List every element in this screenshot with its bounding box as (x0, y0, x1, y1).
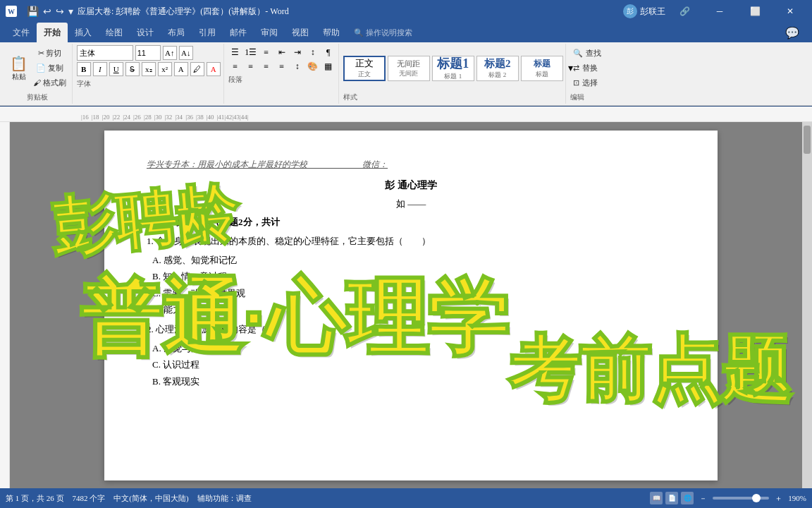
multilevel-list-button[interactable]: ≡ (259, 45, 273, 59)
document-title: 应届大卷: 彭聘龄《普通心理学》(四套）(讲解版）- Word (78, 6, 289, 18)
read-view-button[interactable]: 📖 (650, 492, 663, 504)
question-1-option-c: C. 需要、动机和世界观 (152, 286, 675, 301)
tab-review[interactable]: 审阅 (254, 23, 285, 42)
superscript-button[interactable]: x² (158, 62, 172, 76)
question-2-option-b: B. 客观现实 (152, 375, 675, 389)
comments-button[interactable]: 💬 (778, 23, 806, 42)
sort-button[interactable]: ↕ (306, 45, 320, 59)
font-group: A↑ A↓ B I U S̶ x₂ x² A 🖊 A 字体 (74, 44, 224, 104)
tab-layout[interactable]: 布局 (161, 23, 192, 42)
strikethrough-button[interactable]: S̶ (125, 62, 140, 76)
title-bar-left: W 💾 ↩ ↪ ▾ 应届大卷: 彭聘龄《普通心理学》(四套）(讲解版）- Wor… (6, 6, 289, 18)
cut-button[interactable]: ✂ 剪切 (32, 47, 68, 60)
numbering-button[interactable]: 1☰ (244, 45, 258, 59)
restore-button[interactable]: ⬜ (739, 0, 771, 23)
zoom-out-button[interactable]: － (699, 493, 707, 504)
decrease-indent-button[interactable]: ⇤ (275, 45, 289, 59)
tab-file[interactable]: 文件 (6, 23, 37, 42)
justify-button[interactable]: ≡ (275, 59, 289, 73)
web-view-button[interactable]: 🌐 (681, 492, 694, 504)
document-page[interactable]: 学兴专升本：用最小的成本上岸最好的学校 微信： 彭 通心理学 如 —— 一、单项… (104, 131, 718, 480)
underline-button[interactable]: U (109, 62, 123, 76)
list-row: ☰ 1☰ ≡ ⇤ ⇥ ↕ ¶ (228, 45, 336, 59)
style-normal-preview: 正文 (355, 57, 374, 70)
font-color-button[interactable]: A (207, 62, 221, 76)
highlight-button[interactable]: 🖊 (190, 62, 204, 76)
word-count: 7482 个字 (73, 493, 106, 504)
tab-references[interactable]: 引用 (192, 23, 223, 42)
contact-label: 微信： (362, 159, 388, 169)
italic-button[interactable]: I (93, 62, 107, 76)
status-right: 📖 📄 🌐 － ＋ 190% (650, 492, 806, 504)
print-view-button[interactable]: 📄 (665, 492, 678, 504)
tab-search[interactable]: 🔍 操作说明搜索 (347, 23, 419, 42)
share-button[interactable]: 🔗 (668, 0, 701, 23)
header-text: 学兴专升本：用最小的成本上岸最好的学校 (147, 159, 307, 169)
style-heading2[interactable]: 标题2 标题 2 (476, 56, 519, 81)
zoom-level[interactable]: 190% (788, 494, 806, 502)
tab-draw[interactable]: 绘图 (99, 23, 130, 42)
style-heading[interactable]: 标题 标题 (521, 56, 563, 81)
align-right-button[interactable]: ≡ (259, 59, 273, 73)
paste-label: 粘贴 (12, 72, 26, 82)
tab-design[interactable]: 设计 (130, 23, 161, 42)
shading-button[interactable]: 🎨 (306, 59, 320, 73)
style-no-spacing[interactable]: 无间距 无间距 (388, 56, 430, 81)
subscript-button[interactable]: x₂ (142, 62, 156, 76)
show-marks-button[interactable]: ¶ (321, 45, 336, 59)
align-center-button[interactable]: ≡ (244, 59, 258, 73)
styles-label: 样式 (343, 91, 562, 102)
borders-button[interactable]: ▦ (321, 59, 336, 73)
font-label: 字体 (77, 78, 221, 89)
style-h2-label: 标题 2 (484, 71, 511, 80)
bold-button[interactable]: B (77, 62, 91, 76)
style-heading-label: 标题 (534, 70, 550, 79)
tab-home[interactable]: 开始 (37, 23, 68, 42)
font-name-row: A↑ A↓ (77, 45, 221, 61)
zoom-slider[interactable] (713, 497, 769, 500)
tab-help[interactable]: 帮助 (316, 23, 347, 42)
font-family-input[interactable] (77, 45, 133, 61)
select-button[interactable]: ⊡ 选择 (570, 76, 607, 90)
increase-font-button[interactable]: A↑ (163, 46, 177, 60)
tab-insert[interactable]: 插入 (68, 23, 99, 42)
view-icons: 📖 📄 🌐 (650, 492, 694, 504)
style-normal[interactable]: 正文 正文 (343, 56, 386, 81)
bullets-button[interactable]: ☰ (228, 45, 242, 59)
copy-button[interactable]: 📄 复制 (32, 61, 68, 75)
save-icon[interactable]: 💾 (27, 6, 39, 18)
increase-indent-button[interactable]: ⇥ (290, 45, 304, 59)
page-info: 第 1 页，共 26 页 (6, 493, 64, 504)
replace-button[interactable]: ⇄ 替换 (570, 61, 607, 75)
decrease-font-button[interactable]: A↓ (179, 46, 193, 60)
find-button[interactable]: 🔍 查找 (570, 47, 607, 60)
align-left-button[interactable]: ≡ (228, 59, 242, 73)
line-spacing-button[interactable]: ↕ (290, 59, 304, 73)
style-heading1[interactable]: 标题1 标题 1 (432, 56, 474, 81)
zoom-in-button[interactable]: ＋ (775, 493, 782, 504)
redo-icon[interactable]: ↪ (56, 6, 64, 18)
tab-view[interactable]: 视图 (285, 23, 316, 42)
text-effects-button[interactable]: A (174, 62, 188, 76)
close-button[interactable]: ✕ (774, 0, 806, 23)
style-h2-preview: 标题2 (484, 57, 511, 71)
ribbon-tabs: 文件 开始 插入 绘图 设计 布局 引用 邮件 审阅 视图 帮助 🔍 操作说明搜… (0, 23, 812, 42)
question-1: 1. 个体身上表现出来的本质的、稳定的心理特征，它主要包括（ ） (147, 234, 675, 249)
user-info[interactable]: 彭 彭联王 (623, 4, 665, 18)
font-size-input[interactable] (135, 45, 161, 61)
scrollbar-thumb[interactable] (804, 126, 811, 154)
undo-icon[interactable]: ↩ (43, 6, 51, 18)
paste-button[interactable]: 📋 粘贴 (7, 54, 30, 83)
style-h1-preview: 标题1 (437, 55, 469, 72)
question-2-option-c: C. 认识过程 (152, 358, 675, 372)
clipboard-buttons: 📋 粘贴 ✂ 剪切 📄 复制 🖌 格式刷 (7, 45, 68, 91)
tab-mailings[interactable]: 邮件 (223, 23, 254, 42)
format-painter-button[interactable]: 🖌 格式刷 (32, 76, 68, 90)
ribbon: 文件 开始 插入 绘图 设计 布局 引用 邮件 审阅 视图 帮助 🔍 操作说明搜… (0, 23, 812, 107)
minimize-button[interactable]: ─ (703, 0, 736, 23)
font-format-row: B I U S̶ x₂ x² A 🖊 A (77, 62, 221, 76)
status-bar: 第 1 页，共 26 页 7482 个字 中文(简体，中国大陆) 辅助功能：调查… (0, 488, 812, 508)
find-icon: 🔍 (573, 49, 583, 58)
customize-icon[interactable]: ▾ (68, 6, 73, 18)
vertical-scrollbar[interactable] (802, 122, 812, 489)
